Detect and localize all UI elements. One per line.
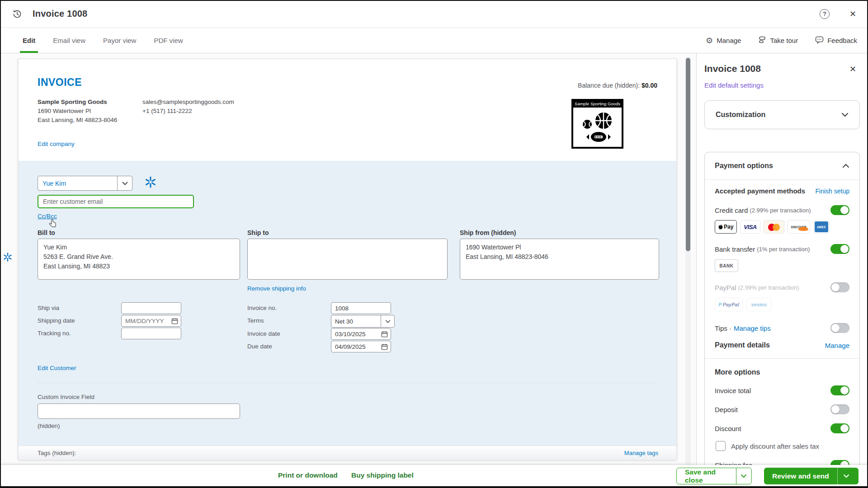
- tracking-no-label: Tracking no.: [38, 330, 71, 337]
- invoice-date-input[interactable]: [331, 328, 391, 340]
- discount-row: Discount: [715, 423, 849, 433]
- feedback-icon: [815, 36, 824, 45]
- chevron-up-icon: [842, 164, 849, 168]
- feedback-button[interactable]: Feedback: [815, 36, 857, 45]
- window-title: Invoice 1008: [33, 9, 87, 19]
- divider: [705, 358, 859, 359]
- company-address-block: Sample Sporting Goods 1690 Watertower Pl…: [38, 98, 117, 125]
- manage-tags-link[interactable]: Manage tags: [624, 450, 658, 456]
- discount-toggle[interactable]: [830, 423, 849, 433]
- terms-select[interactable]: Net 30: [331, 315, 395, 328]
- hidden-note: (hidden): [38, 422, 60, 429]
- calendar-icon: [381, 331, 388, 338]
- company-logo: Sample Sporting Goods: [571, 99, 623, 149]
- ship-via-label: Ship via: [38, 305, 59, 311]
- company-logo-text: Sample Sporting Goods: [573, 101, 622, 108]
- customer-select[interactable]: Yue Kim: [38, 176, 132, 191]
- tips-toggle[interactable]: [830, 323, 849, 333]
- edit-company-link[interactable]: Edit company: [38, 141, 75, 147]
- discount-after-tax-checkbox[interactable]: [716, 441, 726, 451]
- ship-from-box[interactable]: 1690 Watertower Pl East Lansing, MI 4882…: [460, 239, 659, 280]
- review-and-send-button[interactable]: Review and send: [764, 468, 859, 484]
- accepted-methods-row: Accepted payment methods Finish setup: [715, 187, 849, 195]
- divider: [705, 179, 859, 180]
- custom-invoice-field-label: Custom Invoice Field: [38, 394, 94, 400]
- gear-icon: ⚙: [706, 37, 713, 45]
- tour-icon: [758, 36, 766, 45]
- bill-to-label: Bill to: [38, 229, 55, 236]
- discount-after-tax-row: Apply discount after sales tax: [715, 441, 849, 451]
- more-options-title: More options: [715, 368, 849, 376]
- scrollbar-thumb[interactable]: [686, 58, 690, 251]
- edit-default-settings-link[interactable]: Edit default settings: [704, 81, 764, 89]
- terms-label: Terms: [247, 317, 264, 324]
- invoice-total-toggle[interactable]: [830, 385, 849, 395]
- chevron-down-icon[interactable]: [381, 315, 394, 327]
- help-icon[interactable]: ?: [820, 9, 830, 19]
- shipping-date-input[interactable]: [121, 315, 181, 327]
- company-email: sales@samplesportinggoods.com: [142, 98, 234, 107]
- tab-toolbar: ⚙ Manage Take tour: [706, 28, 868, 53]
- remove-shipping-link[interactable]: Remove shipping info: [247, 285, 306, 292]
- shipping-date-label: Shipping date: [38, 317, 75, 324]
- paypal-icon: PPayPal: [715, 298, 743, 311]
- review-and-send-dropdown[interactable]: [837, 468, 855, 484]
- view-tabbar: Edit Email view Payor view PDF view ⚙ Ma…: [0, 28, 868, 53]
- save-and-close-button[interactable]: Save and close: [676, 468, 752, 484]
- paypal-toggle[interactable]: [830, 282, 849, 292]
- company-logo-art: [573, 108, 622, 147]
- buy-shipping-label-button[interactable]: Buy shipping label: [351, 471, 414, 479]
- invoice-form-area: INVOICE Sample Sporting Goods 1690 Water…: [0, 53, 696, 488]
- edit-customer-link[interactable]: Edit Customer: [38, 365, 76, 371]
- history-icon[interactable]: [12, 9, 23, 19]
- tracking-no-input[interactable]: [121, 328, 181, 339]
- bank-transfer-toggle[interactable]: [830, 244, 849, 254]
- take-tour-button[interactable]: Take tour: [758, 36, 798, 45]
- card-brand-badges: Pay VISA DISCOVER AMEX: [715, 220, 849, 234]
- tab-email-view[interactable]: Email view: [53, 28, 85, 53]
- save-and-close-dropdown[interactable]: [736, 468, 751, 484]
- invoice-date-label: Invoice date: [247, 330, 280, 337]
- ship-via-input[interactable]: [121, 302, 181, 314]
- balance-due-amount: $0.00: [642, 82, 657, 89]
- section-divider: [38, 383, 657, 383]
- manage-payment-details-link[interactable]: Manage: [825, 342, 849, 349]
- customization-card[interactable]: Customization: [704, 100, 860, 129]
- autofill-spark-icon[interactable]: [144, 176, 157, 190]
- venmo-icon: venmo: [746, 298, 772, 311]
- customer-select-value: Yue Kim: [38, 176, 117, 190]
- sidebar-close-icon[interactable]: ✕: [849, 64, 856, 74]
- invoice-card: INVOICE Sample Sporting Goods 1690 Water…: [18, 59, 677, 460]
- close-icon[interactable]: ✕: [849, 9, 856, 19]
- side-spark-icon[interactable]: [3, 252, 13, 264]
- finish-setup-link[interactable]: Finish setup: [816, 188, 849, 195]
- print-download-button[interactable]: Print or download: [278, 471, 338, 479]
- paypal-venmo-badges: PPayPal venmo: [715, 298, 849, 311]
- discover-icon: DISCOVER: [788, 220, 810, 234]
- paypal-row: PayPal (2.99% per transaction): [715, 282, 849, 292]
- tab-pdf-view[interactable]: PDF view: [154, 28, 183, 53]
- action-footer: Print or download Buy shipping label Sav…: [0, 465, 868, 488]
- due-date-input[interactable]: [331, 341, 391, 352]
- tab-payor-view[interactable]: Payor view: [103, 28, 136, 53]
- ship-from-label: Ship from (hidden): [460, 229, 516, 236]
- calendar-icon: [171, 318, 178, 324]
- manage-tips-link[interactable]: Manage tips: [734, 324, 771, 332]
- chevron-down-icon[interactable]: [117, 176, 132, 190]
- balance-due: Balance due (hidden): $0.00: [578, 82, 657, 89]
- ship-to-box[interactable]: [247, 239, 448, 280]
- scrollbar-track[interactable]: [685, 57, 691, 484]
- credit-card-toggle[interactable]: [830, 205, 849, 215]
- deposit-row: Deposit: [715, 404, 849, 414]
- customer-email-input[interactable]: [38, 195, 194, 208]
- chevron-down-icon: [841, 113, 849, 117]
- bill-to-box[interactable]: Yue Kim 5263 E. Grand Rive Ave. East Lan…: [38, 239, 240, 280]
- custom-invoice-field-input[interactable]: [38, 404, 240, 419]
- terms-value: Net 30: [331, 315, 381, 327]
- payment-options-header[interactable]: Payment options: [715, 152, 849, 179]
- company-contact-block: sales@samplesportinggoods.com +1 (517) 1…: [142, 98, 234, 116]
- tab-edit[interactable]: Edit: [23, 28, 35, 53]
- invoice-no-input[interactable]: [331, 302, 391, 314]
- manage-button[interactable]: ⚙ Manage: [706, 37, 741, 45]
- deposit-toggle[interactable]: [830, 404, 849, 414]
